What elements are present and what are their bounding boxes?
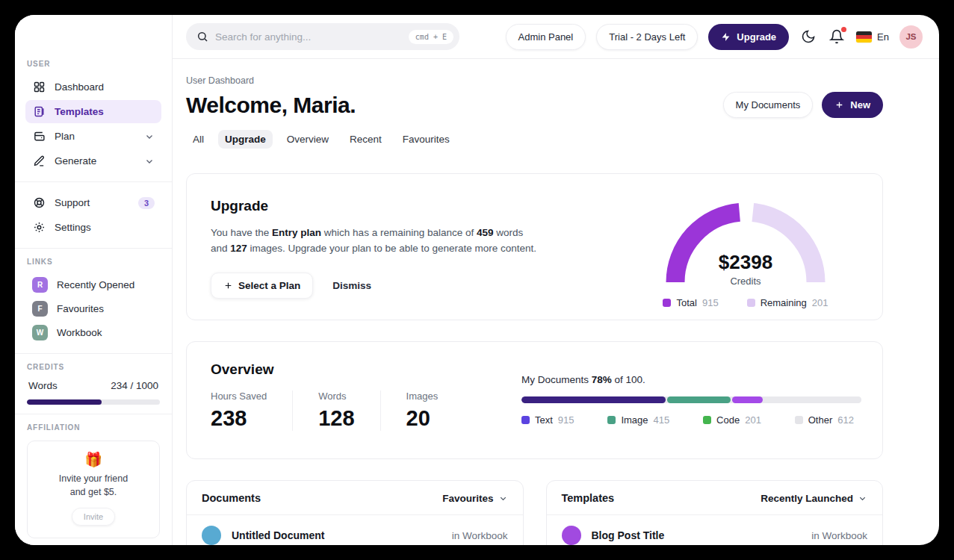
support-count-badge: 3 xyxy=(138,197,155,209)
moon-icon xyxy=(801,29,816,44)
chevron-down-icon xyxy=(858,494,867,503)
credits-words-row: Words 234 / 1000 xyxy=(27,379,160,391)
upgrade-card-title: Upgrade xyxy=(211,198,660,214)
invite-button[interactable]: Invite xyxy=(72,508,115,526)
lightning-bolt-icon xyxy=(721,32,731,42)
tab-recent[interactable]: Recent xyxy=(343,130,388,149)
my-documents-button[interactable]: My Documents xyxy=(723,92,814,118)
divider xyxy=(15,181,172,182)
page-title: Welcome, Maria. xyxy=(186,93,356,118)
legend-image: Image 415 xyxy=(607,414,669,426)
overview-card: Overview Hours Saved 238 Words 128 Image… xyxy=(186,341,883,459)
sidebar-link-recently-opened[interactable]: R Recently Opened xyxy=(27,273,160,296)
sidebar-item-label: Settings xyxy=(55,222,91,233)
documents-card-title: Documents xyxy=(202,492,261,504)
tab-upgrade[interactable]: Upgrade xyxy=(218,130,273,149)
admin-panel-button[interactable]: Admin Panel xyxy=(506,24,586,50)
legend-other: Other 612 xyxy=(795,414,854,426)
life-buoy-icon xyxy=(32,196,46,210)
gear-icon xyxy=(32,221,46,234)
app-window: USER Dashboard Templates Plan xyxy=(15,15,939,545)
stat-words: Words 128 xyxy=(293,391,380,431)
documents-card: Documents Favourites Untitled Document i… xyxy=(186,480,524,545)
legend-swatch xyxy=(703,416,711,424)
plus-icon xyxy=(834,100,844,110)
language-label: En xyxy=(877,31,889,43)
sidebar-section-credits: CREDITS xyxy=(27,363,160,371)
sidebar-item-support[interactable]: Support 3 xyxy=(25,191,161,214)
legend-remaining: Remaining 201 xyxy=(747,297,828,308)
credits-gauge: $2398 Credits Total 915 Remaining xyxy=(660,198,831,320)
search-input[interactable] xyxy=(215,31,402,43)
letter-badge: R xyxy=(32,277,48,293)
legend-swatch xyxy=(607,416,616,424)
sidebar-section-affiliation: AFFILIATION xyxy=(27,423,160,432)
divider xyxy=(15,353,172,354)
select-plan-button[interactable]: Select a Plan xyxy=(211,273,313,299)
legend-text: Text 915 xyxy=(521,414,574,426)
credits-label: Credits xyxy=(660,276,831,287)
tab-favourites[interactable]: Favourites xyxy=(396,130,456,149)
sidebar-item-templates[interactable]: Templates xyxy=(25,100,161,123)
sidebar-link-workbook[interactable]: W Workbook xyxy=(27,321,160,344)
template-row[interactable]: Blog Post Title in Workbook xyxy=(547,515,883,545)
credits-label: Words xyxy=(28,380,58,391)
bar-segment-image xyxy=(667,396,731,403)
main-content: User Dashboard Welcome, Maria. My Docume… xyxy=(173,59,939,545)
overview-card-title: Overview xyxy=(211,361,521,378)
stat-hours-saved: Hours Saved 238 xyxy=(211,391,293,431)
link-label: Workbook xyxy=(57,327,102,338)
dismiss-button[interactable]: Dismiss xyxy=(332,280,371,291)
language-selector[interactable]: En xyxy=(856,31,889,43)
search-box[interactable]: cmd + E xyxy=(186,23,459,50)
legend-code: Code 201 xyxy=(703,414,761,426)
sidebar-link-favourites[interactable]: F Favourites xyxy=(27,297,160,320)
sidebar-item-plan[interactable]: Plan xyxy=(25,125,161,148)
dark-mode-toggle[interactable] xyxy=(799,28,817,46)
legend-swatch xyxy=(663,299,671,307)
notifications-button[interactable] xyxy=(828,28,846,46)
documents-progress: My Documents 78% of 100. Text 915 xyxy=(521,374,861,458)
pencil-icon xyxy=(32,155,46,168)
sidebar-section-links: LINKS xyxy=(27,258,160,266)
sidebar-item-generate[interactable]: Generate xyxy=(25,149,161,172)
credits-amount: $2398 xyxy=(660,251,831,274)
affiliation-text: Invite your friend and get $5. xyxy=(35,472,152,499)
divider xyxy=(15,414,172,414)
chevron-down-icon xyxy=(498,494,508,503)
bar-segment-text xyxy=(521,396,666,403)
bar-segment-code xyxy=(732,396,762,403)
templates-filter-dropdown[interactable]: Recently Launched xyxy=(761,493,867,504)
templates-card-title: Templates xyxy=(562,492,615,504)
document-row[interactable]: Untitled Document in Workbook xyxy=(187,515,523,545)
sidebar: USER Dashboard Templates Plan xyxy=(15,15,173,545)
tab-overview[interactable]: Overview xyxy=(280,130,335,149)
credits-value: 234 / 1000 xyxy=(111,380,158,391)
sidebar-item-dashboard[interactable]: Dashboard xyxy=(25,75,161,99)
keyboard-shortcut-badge: cmd + E xyxy=(409,30,453,44)
gauge-legend: Total 915 Remaining 201 xyxy=(660,297,831,308)
grid-icon xyxy=(32,81,46,94)
plus-icon xyxy=(223,281,233,290)
sidebar-item-label: Dashboard xyxy=(55,81,104,93)
new-button[interactable]: New xyxy=(822,92,883,118)
tab-all[interactable]: All xyxy=(186,130,211,149)
sidebar-item-label: Generate xyxy=(55,155,96,167)
sidebar-item-label: Support xyxy=(55,197,90,208)
notification-dot xyxy=(841,27,846,32)
user-avatar[interactable]: JS xyxy=(899,25,923,49)
progress-label: My Documents 78% of 100. xyxy=(521,374,861,385)
bar-segment-other xyxy=(764,396,861,403)
documents-filter-dropdown[interactable]: Favourites xyxy=(442,493,507,504)
sidebar-item-settings[interactable]: Settings xyxy=(25,216,161,239)
affiliation-card: 🎁 Invite your friend and get $5. Invite xyxy=(27,441,160,538)
legend-total: Total 915 xyxy=(663,297,718,308)
upgrade-button[interactable]: Upgrade xyxy=(708,24,789,50)
trial-status-button[interactable]: Trial - 2 Days Left xyxy=(596,24,698,50)
stat-images: Images 20 xyxy=(381,391,464,431)
wallet-icon xyxy=(32,130,46,143)
link-label: Recently Opened xyxy=(57,279,134,290)
upgrade-card-body: You have the Entry plan which has a rema… xyxy=(211,225,539,257)
filter-tabs: All Upgrade Overview Recent Favourites xyxy=(186,128,883,149)
bar-legend: Text 915 Image 415 Code 201 xyxy=(521,414,861,426)
